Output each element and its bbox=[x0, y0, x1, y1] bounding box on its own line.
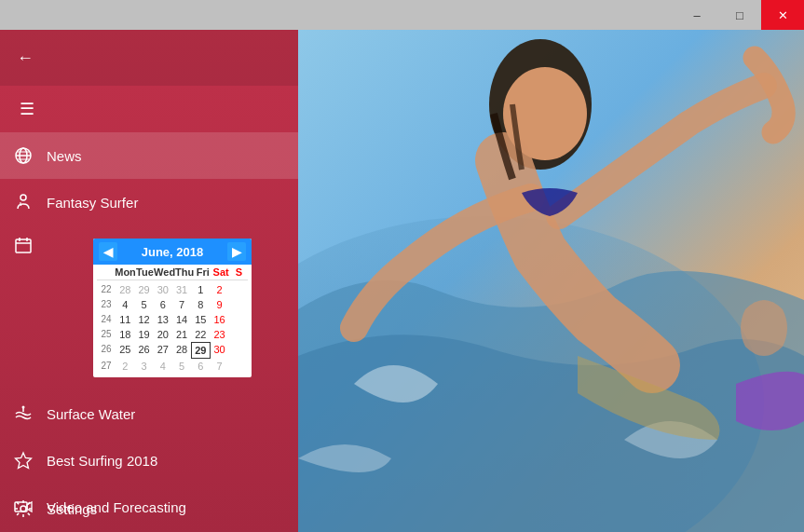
cal-cell[interactable]: 8 bbox=[191, 297, 210, 312]
week-25: 25 bbox=[97, 327, 116, 342]
main-content bbox=[298, 30, 804, 532]
wed-header: Wed bbox=[154, 266, 175, 278]
cal-next-button[interactable]: ▶ bbox=[227, 242, 246, 261]
cal-week-22: 22 28 29 30 31 1 2 bbox=[97, 282, 248, 297]
cal-cell[interactable]: 26 bbox=[135, 342, 154, 359]
cal-cell[interactable]: 20 bbox=[154, 327, 172, 342]
sidebar-item-surface-water[interactable]: Surface Water bbox=[0, 390, 298, 437]
person-icon bbox=[13, 192, 34, 212]
cal-cell bbox=[229, 342, 248, 359]
sat-header: Sat bbox=[212, 266, 230, 278]
cal-cell[interactable]: 11 bbox=[116, 312, 134, 327]
cal-cell[interactable]: 15 bbox=[191, 312, 210, 327]
cal-cell bbox=[229, 327, 248, 342]
mon-header: Mon bbox=[115, 266, 136, 278]
sidebar-item-calendar[interactable]: ◀ June, 2018 ▶ Mon Tue Wed Thu bbox=[0, 225, 298, 390]
globe-icon bbox=[13, 145, 34, 166]
cal-cell[interactable]: 23 bbox=[211, 327, 229, 342]
app-container: ← ☰ News bbox=[0, 30, 804, 532]
sidebar-header: ← bbox=[0, 30, 298, 86]
cal-cell[interactable]: 6 bbox=[154, 297, 172, 312]
svg-point-5 bbox=[20, 195, 26, 200]
cal-cell[interactable]: 25 bbox=[116, 342, 134, 359]
cal-cell[interactable]: 13 bbox=[154, 312, 172, 327]
week-26: 26 bbox=[97, 342, 116, 359]
cal-cell bbox=[229, 312, 248, 327]
cal-cell-today[interactable]: 29 bbox=[191, 342, 210, 359]
best-surfing-label: Best Surfing 2018 bbox=[47, 453, 157, 469]
cal-cell[interactable]: 7 bbox=[211, 359, 229, 374]
hamburger-icon[interactable]: ☰ bbox=[17, 99, 37, 119]
maximize-button[interactable]: □ bbox=[718, 0, 761, 30]
cal-cell[interactable]: 30 bbox=[211, 342, 229, 359]
surface-water-label: Surface Water bbox=[47, 406, 135, 422]
cal-week-26: 26 25 26 27 28 29 30 bbox=[97, 342, 248, 359]
cal-cell[interactable]: 9 bbox=[211, 297, 229, 312]
cal-week-24: 24 11 12 13 14 15 16 bbox=[97, 312, 248, 327]
sidebar-item-best-surfing[interactable]: Best Surfing 2018 bbox=[0, 437, 298, 484]
week-23: 23 bbox=[97, 297, 116, 312]
calendar-grid: Mon Tue Wed Thu Fri Sat S 22 28 29 bbox=[93, 265, 252, 377]
cal-cell[interactable]: 16 bbox=[211, 312, 229, 327]
fantasy-surfer-label: Fantasy Surfer bbox=[47, 195, 138, 211]
cal-cell[interactable]: 1 bbox=[191, 282, 210, 297]
svg-point-14 bbox=[20, 506, 26, 512]
calendar-days-header: Mon Tue Wed Thu Fri Sat S bbox=[97, 266, 248, 280]
sun-header: S bbox=[230, 266, 248, 278]
news-label: News bbox=[47, 148, 82, 164]
cal-week-23: 23 4 5 6 7 8 9 bbox=[97, 297, 248, 312]
cal-week-25: 25 18 19 20 21 22 23 bbox=[97, 327, 248, 342]
week-22: 22 bbox=[97, 282, 116, 297]
cal-cell[interactable]: 28 bbox=[172, 342, 191, 359]
cal-cell[interactable]: 2 bbox=[116, 359, 134, 374]
sidebar-item-settings[interactable]: Settings bbox=[0, 485, 298, 532]
calendar-header: ◀ June, 2018 ▶ bbox=[93, 239, 252, 265]
cal-cell[interactable]: 21 bbox=[172, 327, 191, 342]
cal-cell[interactable]: 27 bbox=[154, 342, 172, 359]
title-bar: – □ ✕ bbox=[0, 0, 804, 30]
svg-rect-6 bbox=[16, 239, 31, 252]
tue-header: Tue bbox=[136, 266, 154, 278]
photo-svg bbox=[298, 30, 804, 532]
gear-icon bbox=[13, 498, 34, 519]
back-button[interactable]: ← bbox=[15, 48, 35, 68]
cal-cell[interactable]: 6 bbox=[191, 359, 210, 374]
fri-header: Fri bbox=[194, 266, 211, 278]
svg-marker-11 bbox=[16, 453, 32, 469]
minimize-button[interactable]: – bbox=[675, 0, 718, 30]
cal-cell[interactable]: 2 bbox=[211, 282, 229, 297]
cal-cell[interactable]: 3 bbox=[135, 359, 154, 374]
cal-cell[interactable]: 5 bbox=[172, 359, 191, 374]
thu-header: Thu bbox=[175, 266, 194, 278]
cal-cell bbox=[229, 297, 248, 312]
cal-cell[interactable]: 29 bbox=[135, 282, 154, 297]
cal-cell[interactable]: 28 bbox=[116, 282, 134, 297]
cal-prev-button[interactable]: ◀ bbox=[99, 242, 117, 261]
svg-point-10 bbox=[22, 406, 25, 409]
cal-cell[interactable]: 14 bbox=[172, 312, 191, 327]
cal-cell[interactable]: 5 bbox=[135, 297, 154, 312]
week-27: 27 bbox=[97, 359, 116, 374]
sidebar: ← ☰ News bbox=[0, 30, 298, 532]
cal-cell bbox=[229, 282, 248, 297]
calendar-icon bbox=[13, 235, 34, 255]
cal-cell[interactable]: 7 bbox=[172, 297, 191, 312]
settings-label: Settings bbox=[47, 501, 97, 517]
hamburger-area: ☰ bbox=[0, 86, 298, 132]
close-button[interactable]: ✕ bbox=[761, 0, 804, 30]
water-icon bbox=[13, 403, 34, 424]
cal-cell[interactable]: 4 bbox=[116, 297, 134, 312]
star-icon bbox=[13, 450, 34, 471]
cal-cell[interactable]: 19 bbox=[135, 327, 154, 342]
cal-cell[interactable]: 30 bbox=[154, 282, 172, 297]
cal-week-27: 27 2 3 4 5 6 7 bbox=[97, 359, 248, 374]
cal-cell[interactable]: 22 bbox=[191, 327, 210, 342]
week-24: 24 bbox=[97, 312, 116, 327]
cal-cell[interactable]: 4 bbox=[154, 359, 172, 374]
sidebar-item-fantasy-surfer[interactable]: Fantasy Surfer bbox=[0, 179, 298, 225]
cal-cell[interactable]: 18 bbox=[116, 327, 134, 342]
photo-area bbox=[298, 30, 804, 532]
cal-cell[interactable]: 31 bbox=[172, 282, 191, 297]
cal-cell[interactable]: 12 bbox=[135, 312, 154, 327]
sidebar-item-news[interactable]: News bbox=[0, 132, 298, 179]
